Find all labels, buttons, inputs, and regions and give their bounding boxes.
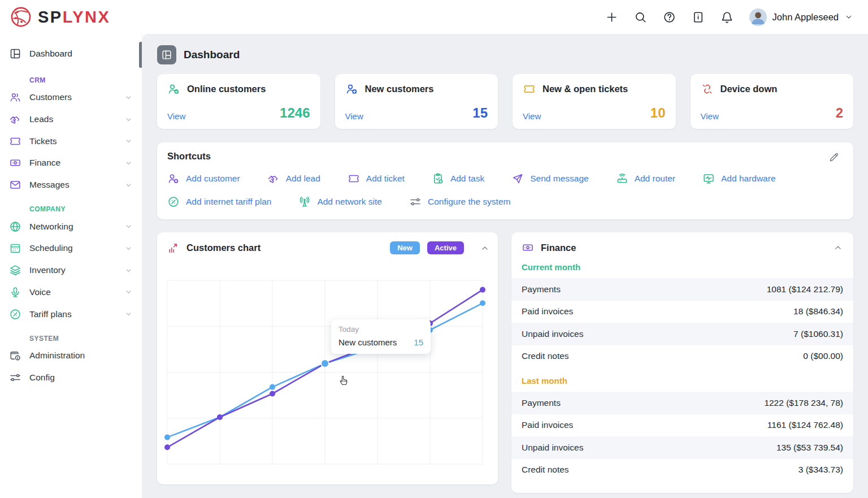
collapse-finance-button[interactable] xyxy=(833,242,843,253)
stat-card-device-down: Device downView2 xyxy=(691,74,854,129)
data-point-active-6[interactable] xyxy=(480,287,485,293)
shortcut-add-lead[interactable]: Add lead xyxy=(267,172,320,185)
sidebar-item-label: Dashboard xyxy=(29,49,72,59)
finance-row-value: 1161 ($124 762.48) xyxy=(767,420,843,430)
customers-chart-plot[interactable]: Today New customers 15 xyxy=(167,280,493,464)
view-link[interactable]: View xyxy=(523,111,541,121)
customers-chart-title: Customers chart xyxy=(186,242,383,253)
shortcut-add-customer[interactable]: Add customer xyxy=(167,172,240,185)
sidebar-item-label: Config xyxy=(29,373,133,383)
tooltip-value: 15 xyxy=(414,337,423,347)
data-point-new-2[interactable] xyxy=(270,384,275,390)
sidebar-item-tickets[interactable]: Tickets xyxy=(0,130,142,152)
chevron-down-icon xyxy=(124,93,133,102)
sidebar-item-customers[interactable]: Customers xyxy=(0,86,142,109)
help-button[interactable] xyxy=(663,10,676,24)
shortcut-label: Add router xyxy=(635,174,675,184)
sidebar-item-label: Finance xyxy=(29,158,124,168)
sidebar-item-label: Voice xyxy=(29,287,124,297)
chevron-down-icon xyxy=(124,244,133,253)
sidebar-item-messages[interactable]: Messages xyxy=(0,174,142,196)
brand-text-primary: SP xyxy=(38,8,63,26)
sidebar-item-config[interactable]: Config xyxy=(0,367,142,389)
sidebar-section: COMPANYNetworkingSchedulingInventoryVoic… xyxy=(0,205,142,324)
tooltip-label: New customers xyxy=(338,337,397,347)
finance-row: Payments1222 ($178 234, 78) xyxy=(511,392,853,414)
shortcuts-card: Shortcuts Add customerAdd leadAdd ticket… xyxy=(157,142,853,219)
view-link[interactable]: View xyxy=(701,111,719,121)
stat-cards-row: Online customersView1246New customersVie… xyxy=(157,74,853,129)
shortcut-label: Add lead xyxy=(286,174,320,184)
chevron-down-icon xyxy=(124,181,133,189)
view-link[interactable]: View xyxy=(167,111,185,121)
chevron-down-icon xyxy=(844,12,853,21)
sidebar-item-leads[interactable]: Leads xyxy=(0,109,142,131)
shortcut-add-router[interactable]: Add router xyxy=(616,172,675,185)
shortcut-add-hardware[interactable]: Add hardware xyxy=(702,172,776,185)
notifications-button[interactable] xyxy=(721,10,734,24)
brand-logo[interactable]: SPLYNX xyxy=(9,5,110,29)
chart-filter-badge-new[interactable]: New xyxy=(390,241,420,254)
percent-icon xyxy=(167,196,180,208)
data-point-new-6[interactable] xyxy=(480,300,485,306)
sidebar-item-dashboard[interactable]: Dashboard xyxy=(0,34,142,67)
percent-icon xyxy=(9,308,21,321)
collapse-chart-button[interactable] xyxy=(480,243,490,253)
brand-name: SPLYNX xyxy=(38,9,110,25)
page-title: Dashboard xyxy=(184,49,240,61)
bell-icon xyxy=(721,11,734,24)
finance-section-label: Current month xyxy=(511,254,853,278)
ticket-icon xyxy=(348,172,360,185)
stat-card-title: Device down xyxy=(721,84,778,94)
shortcut-label: Add ticket xyxy=(366,174,405,184)
shortcut-send-message[interactable]: Send message xyxy=(511,172,588,185)
sidebar-item-networking[interactable]: Networking xyxy=(0,215,142,237)
splynx-logo-glyph xyxy=(9,5,33,29)
sidebar-item-finance[interactable]: Finance xyxy=(0,152,142,174)
sidebar-item-scheduling[interactable]: Scheduling xyxy=(0,237,142,259)
shortcut-add-network-site[interactable]: Add network site xyxy=(298,196,382,208)
search-button[interactable] xyxy=(634,10,648,24)
sidebar-item-label: Inventory xyxy=(29,265,124,275)
shortcut-label: Add internet tariff plan xyxy=(186,197,271,207)
user-menu[interactable]: John Appleseed xyxy=(749,8,853,26)
edit-shortcuts-button[interactable] xyxy=(828,151,840,163)
sidebar-item-voice[interactable]: Voice xyxy=(0,282,142,304)
chart-trend-icon xyxy=(167,242,180,254)
user-plus-icon xyxy=(167,172,180,185)
stat-card-title: New customers xyxy=(365,84,434,94)
chart-filter-badge-active[interactable]: Active xyxy=(427,241,464,254)
chart-tooltip: Today New customers 15 xyxy=(331,319,431,354)
shortcut-add-task[interactable]: Add task xyxy=(432,172,484,185)
manual-icon xyxy=(692,11,705,24)
highlighted-data-point[interactable] xyxy=(321,360,329,367)
mail-icon xyxy=(9,179,21,191)
data-point-new-0[interactable] xyxy=(164,435,170,440)
globe-icon xyxy=(9,220,21,233)
stat-card-value: 15 xyxy=(472,105,488,121)
sidebar-item-inventory[interactable]: Inventory xyxy=(0,259,142,282)
shortcut-add-ticket[interactable]: Add ticket xyxy=(348,172,405,185)
tooltip-title: Today xyxy=(338,325,423,334)
manual-button[interactable] xyxy=(692,10,705,24)
shortcut-configure-the-system[interactable]: Configure the system xyxy=(409,196,510,208)
chevron-down-icon xyxy=(124,288,133,296)
sidebar-item-administration[interactable]: Administration xyxy=(0,345,142,367)
finance-section: Last monthPayments1222 ($178 234, 78)Pai… xyxy=(511,367,853,481)
data-point-active-1[interactable] xyxy=(217,414,223,420)
user-name: John Appleseed xyxy=(772,12,839,23)
finance-section-label: Last month xyxy=(511,367,853,392)
view-link[interactable]: View xyxy=(345,111,363,121)
chevron-down-icon xyxy=(124,115,133,124)
chevron-down-icon xyxy=(844,12,853,21)
finance-row-label: Unpaid invoices xyxy=(522,443,583,453)
data-point-active-0[interactable] xyxy=(164,444,170,450)
splynx-logo-icon xyxy=(9,5,33,29)
chevron-down-icon xyxy=(124,288,133,296)
add-button[interactable] xyxy=(605,10,619,24)
data-point-active-2[interactable] xyxy=(270,391,275,397)
chevron-down-icon xyxy=(124,115,133,124)
stat-card-new-open-tickets: New & open ticketsView10 xyxy=(513,74,676,129)
sidebar-item-tariff-plans[interactable]: Tariff plans xyxy=(0,303,142,325)
shortcut-add-internet-tariff-plan[interactable]: Add internet tariff plan xyxy=(167,196,271,208)
